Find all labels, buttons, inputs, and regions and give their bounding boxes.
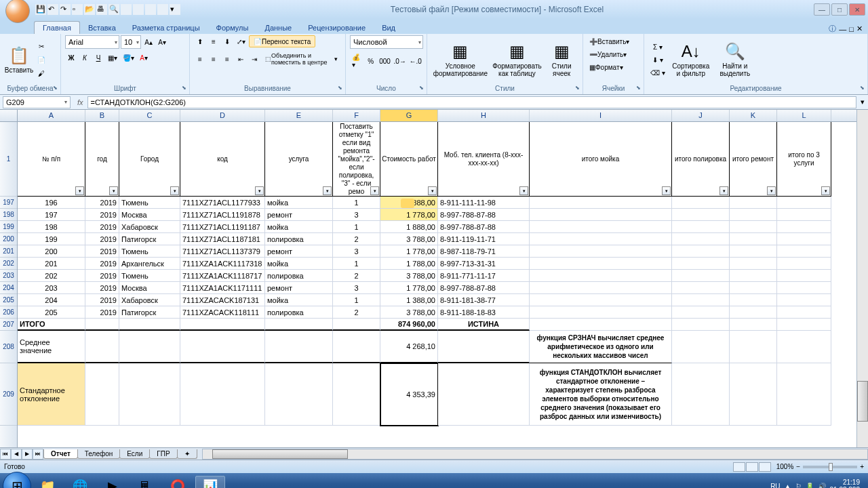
cell[interactable]: 1: [333, 258, 380, 270]
filter-button[interactable]: ▾: [428, 186, 437, 195]
cell[interactable]: [777, 270, 831, 282]
cell-styles-button[interactable]: ▦Стили ячеек: [545, 38, 578, 81]
cell[interactable]: [333, 319, 380, 331]
view-normal[interactable]: [733, 462, 745, 472]
cell[interactable]: [119, 363, 180, 426]
cell[interactable]: [530, 197, 672, 209]
window-close-doc[interactable]: ✕: [856, 24, 863, 33]
qat-btn[interactable]: [121, 4, 132, 15]
zoom-in[interactable]: +: [860, 463, 864, 470]
select-all-corner[interactable]: [0, 110, 18, 121]
cell[interactable]: полировка: [265, 306, 333, 319]
cell[interactable]: [438, 331, 530, 363]
cell[interactable]: [672, 245, 730, 258]
cell[interactable]: [265, 319, 333, 331]
bold-button[interactable]: Ж: [65, 52, 77, 64]
cell[interactable]: 7111XZ71ACL1137379: [180, 245, 265, 258]
paste-button[interactable]: 📋Вставить: [4, 38, 34, 81]
cell[interactable]: [730, 270, 777, 282]
row-header[interactable]: 1: [0, 122, 17, 197]
cell[interactable]: [85, 363, 119, 426]
tab-data[interactable]: Данные: [256, 22, 300, 34]
cell[interactable]: 1 778,00: [380, 245, 438, 258]
cell[interactable]: 4 268,10: [380, 331, 438, 363]
cell[interactable]: 2019: [85, 233, 119, 245]
row-header[interactable]: 202: [0, 258, 17, 270]
align-right[interactable]: ≡: [221, 53, 233, 65]
cell[interactable]: мойка: [265, 221, 333, 233]
tray-icon[interactable]: ▲: [785, 483, 791, 489]
cell[interactable]: [530, 270, 672, 282]
cell[interactable]: [530, 209, 672, 221]
cell[interactable]: мойка: [265, 197, 333, 209]
cell[interactable]: 7111XZA1ACK1118717: [180, 270, 265, 282]
cell[interactable]: [530, 319, 672, 331]
qat-btn[interactable]: [145, 4, 156, 15]
sheet-nav-first[interactable]: ⏮: [0, 449, 11, 460]
indent-dec[interactable]: ⇤: [235, 53, 247, 65]
insert-cells-button[interactable]: ➕ Вставить ▾: [587, 35, 639, 47]
cut-button[interactable]: ✂: [35, 40, 47, 52]
cell[interactable]: 7111XZ71ACL1191878: [180, 209, 265, 221]
cell[interactable]: 1 388,00: [380, 294, 438, 306]
cell[interactable]: 7111XZ71ACL1187181: [180, 233, 265, 245]
cell[interactable]: [777, 319, 831, 331]
cell[interactable]: [777, 282, 831, 294]
row-header[interactable]: 204: [0, 282, 17, 294]
fill-button[interactable]: ⬇ ▾: [648, 54, 667, 66]
dec-decimal[interactable]: ←.0: [408, 52, 422, 70]
cell[interactable]: Москва: [119, 209, 180, 221]
cell[interactable]: [730, 363, 777, 426]
cell[interactable]: [333, 331, 380, 363]
column-header-L[interactable]: L: [777, 110, 831, 121]
cell[interactable]: 7111XZ71ACL1191187: [180, 221, 265, 233]
cell[interactable]: [777, 245, 831, 258]
cell[interactable]: 203: [18, 282, 85, 294]
cell[interactable]: Хабаровск: [119, 294, 180, 306]
task-chrome[interactable]: ⭕: [163, 476, 193, 488]
zoom-level[interactable]: 100%: [776, 463, 794, 470]
row-header[interactable]: 203: [0, 270, 17, 282]
cell[interactable]: [438, 363, 530, 426]
qat-more[interactable]: ▾: [170, 4, 180, 15]
cell[interactable]: [730, 331, 777, 363]
filter-button[interactable]: ▾: [519, 186, 528, 195]
cell[interactable]: 2019: [85, 221, 119, 233]
cell[interactable]: [730, 319, 777, 331]
horizontal-scrollbar[interactable]: [202, 449, 868, 460]
cell[interactable]: [530, 294, 672, 306]
cell[interactable]: 8-997-788-87-88: [438, 282, 530, 294]
cell[interactable]: функция СТАНДОТКЛОН вычисляет стандартно…: [530, 363, 672, 426]
cell[interactable]: [119, 319, 180, 331]
row-header[interactable]: 207: [0, 319, 17, 331]
qat-preview[interactable]: 🔍: [108, 4, 119, 15]
cell[interactable]: 7111XZACACK118111: [180, 306, 265, 319]
border-button[interactable]: ▦▾: [106, 52, 119, 64]
cell[interactable]: [777, 363, 831, 426]
cell[interactable]: 2019: [85, 270, 119, 282]
cell[interactable]: [730, 245, 777, 258]
cell[interactable]: 1 778,00: [380, 282, 438, 294]
column-header-E[interactable]: E: [265, 110, 333, 121]
tray-icon[interactable]: ⚐: [795, 483, 802, 489]
cell[interactable]: 2: [333, 306, 380, 319]
cell[interactable]: 2019: [85, 197, 119, 209]
cell[interactable]: 3: [333, 245, 380, 258]
cell[interactable]: Тюмень: [119, 245, 180, 258]
tray-time[interactable]: 21:19: [830, 479, 861, 486]
cell[interactable]: 8-997-788-87-88: [438, 209, 530, 221]
cell[interactable]: ИСТИНА: [438, 319, 530, 331]
font-size-combo[interactable]: 10: [121, 35, 141, 49]
sheet-nav-last[interactable]: ⏭: [33, 449, 43, 460]
cell[interactable]: 1: [333, 197, 380, 209]
column-header-I[interactable]: I: [530, 110, 672, 121]
view-page-break[interactable]: [759, 462, 771, 472]
cell[interactable]: 199: [18, 233, 85, 245]
cell[interactable]: [777, 306, 831, 319]
cell[interactable]: 3 788,00: [380, 306, 438, 319]
cell[interactable]: 2019: [85, 245, 119, 258]
cell[interactable]: 7111XZA1ACK1171111: [180, 282, 265, 294]
orientation[interactable]: ⤢▾: [235, 35, 248, 47]
cell[interactable]: [333, 363, 380, 426]
grow-font-button[interactable]: A▴: [142, 35, 155, 49]
